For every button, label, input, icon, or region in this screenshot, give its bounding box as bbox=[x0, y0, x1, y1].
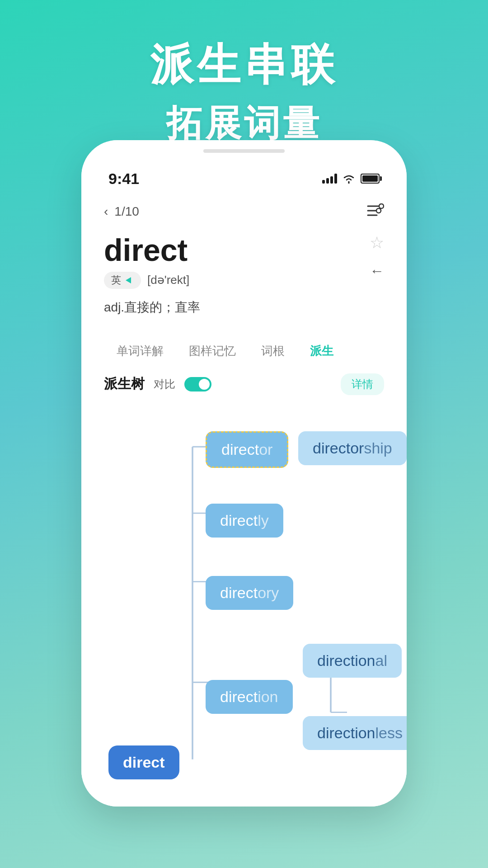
signal-icon bbox=[322, 174, 337, 184]
back-arrow-icon[interactable]: ‹ bbox=[104, 204, 108, 219]
phone-mockup: 9:41 bbox=[81, 140, 407, 807]
tree-title: 派生树 bbox=[104, 375, 145, 393]
svg-point-4 bbox=[376, 208, 381, 213]
tabs-row: 单词详解 图样记忆 词根 派生 bbox=[81, 338, 407, 364]
nav-bar: ‹ 1/10 bbox=[81, 194, 407, 229]
node-director[interactable]: director bbox=[206, 431, 288, 468]
node-directorship[interactable]: directorship bbox=[298, 431, 407, 465]
phone-notch bbox=[203, 149, 285, 153]
header-section: 派生串联 拓展词量 bbox=[0, 0, 488, 148]
header-line1: 派生串联 bbox=[0, 36, 488, 95]
contrast-label: 对比 bbox=[154, 377, 175, 392]
word-definition: adj.直接的；直率 bbox=[104, 299, 384, 316]
filter-icon[interactable] bbox=[367, 203, 384, 220]
battery-icon bbox=[361, 174, 380, 184]
node-directional[interactable]: directional bbox=[303, 644, 402, 678]
status-icons bbox=[322, 174, 380, 184]
phonetic-row: 英 [də'rekt] bbox=[104, 272, 384, 289]
node-direct-label: direct bbox=[123, 754, 165, 771]
detail-button[interactable]: 详情 bbox=[341, 373, 384, 395]
contrast-toggle[interactable] bbox=[184, 377, 211, 392]
phonetic-text: [də'rekt] bbox=[147, 273, 189, 287]
tree-title-row: 派生树 对比 bbox=[104, 375, 211, 393]
nav-left: ‹ 1/10 bbox=[104, 204, 139, 219]
tab-word-detail[interactable]: 单词详解 bbox=[104, 338, 176, 364]
status-bar: 9:41 bbox=[104, 163, 384, 194]
clock: 9:41 bbox=[108, 170, 139, 188]
tab-derivative[interactable]: 派生 bbox=[297, 338, 346, 364]
tree-header: 派生树 对比 详情 bbox=[81, 364, 407, 400]
wifi-icon bbox=[343, 174, 355, 184]
word-section: direct ☆ ← 英 [də'rekt] adj.直接的；直率 bbox=[81, 229, 407, 325]
word-back-icon[interactable]: ← bbox=[370, 263, 384, 279]
word-title: direct bbox=[104, 233, 384, 267]
star-icon[interactable]: ☆ bbox=[370, 233, 384, 252]
pagination-label: 1/10 bbox=[114, 204, 139, 219]
tab-image-memory[interactable]: 图样记忆 bbox=[176, 338, 249, 364]
node-directionless[interactable]: directionless bbox=[303, 716, 407, 750]
tab-root[interactable]: 词根 bbox=[249, 338, 297, 364]
node-direct[interactable]: direct bbox=[108, 745, 179, 779]
svg-point-3 bbox=[379, 204, 384, 208]
lang-label: 英 bbox=[111, 274, 121, 287]
node-directory[interactable]: directory bbox=[206, 576, 293, 610]
node-direction[interactable]: direction bbox=[206, 680, 293, 714]
lang-badge[interactable]: 英 bbox=[104, 272, 141, 289]
node-directly[interactable]: directly bbox=[206, 504, 283, 538]
tree-content: direct director directorship directly di… bbox=[81, 400, 407, 807]
phone-top-bar: 9:41 bbox=[81, 140, 407, 194]
svg-marker-5 bbox=[126, 277, 131, 283]
